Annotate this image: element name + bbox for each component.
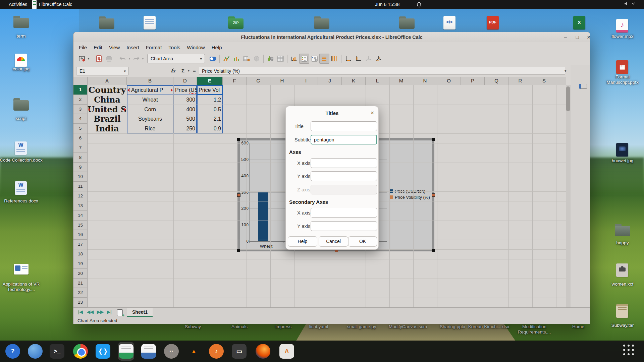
- last-sheet-icon[interactable]: ▶|: [107, 309, 112, 314]
- row-header-15[interactable]: 15: [73, 221, 87, 230]
- column-header-I[interactable]: I: [294, 77, 318, 85]
- menu-help[interactable]: Help: [208, 42, 225, 53]
- help-button[interactable]: Help: [288, 236, 317, 247]
- menu-insert[interactable]: Insert: [123, 42, 143, 53]
- row-header-4[interactable]: 4: [73, 114, 87, 124]
- chart-properties-button[interactable]: [309, 54, 319, 64]
- pdf-icon[interactable]: PDF: [485, 15, 501, 29]
- desktop-icon-label-korean-kimchi-xlsx[interactable]: Korean Kimchi...xlsx: [467, 324, 511, 329]
- row-header-16[interactable]: 16: [73, 230, 87, 240]
- cell-D3[interactable]: 400: [173, 105, 197, 114]
- row-header-17[interactable]: 17: [73, 240, 87, 249]
- cell-E3[interactable]: 0.5: [197, 105, 223, 114]
- dock-icon-files[interactable]: ▭: [232, 344, 247, 359]
- column-header-H[interactable]: H: [270, 77, 294, 85]
- desktop-icon-label-small-game-py[interactable]: small game.py: [340, 324, 383, 329]
- column-header-D[interactable]: D: [173, 77, 197, 85]
- select-all-corner[interactable]: [73, 77, 88, 85]
- column-header-R[interactable]: R: [508, 77, 532, 85]
- cell-A1[interactable]: Country: [88, 85, 127, 95]
- row-header-18[interactable]: 18: [73, 249, 87, 259]
- column-header-F[interactable]: F: [223, 77, 247, 85]
- sum-dropdown-arrow[interactable]: ▾: [188, 67, 190, 75]
- dock-icon-vscode[interactable]: ❬❭: [96, 344, 110, 359]
- menu-format[interactable]: Format: [143, 42, 165, 53]
- column-header-K[interactable]: K: [342, 77, 366, 85]
- all-axes-button[interactable]: [373, 54, 383, 64]
- sheet-tab[interactable]: Sheet1: [127, 308, 153, 317]
- undo-dropdown-arrow[interactable]: ▾: [128, 57, 131, 60]
- window-titlebar[interactable]: Fluctuations in International Agricultur…: [73, 32, 590, 43]
- row-header-7[interactable]: 7: [73, 143, 87, 153]
- expand-formula-bar-arrow[interactable]: ▾: [565, 67, 567, 75]
- minimize-button[interactable]: –: [560, 32, 571, 42]
- row-header-12[interactable]: 12: [73, 191, 87, 201]
- dock-icon-writer[interactable]: [141, 344, 156, 359]
- folder-icon[interactable]: [398, 15, 415, 29]
- row-headers[interactable]: 1234567891011121314151617181920212223: [73, 85, 88, 307]
- column-header-Q[interactable]: Q: [485, 77, 508, 85]
- chart-element-selector[interactable]: Chart Area▾: [147, 54, 205, 63]
- redo-dropdown-arrow[interactable]: ▾: [141, 57, 145, 60]
- cell-A5[interactable]: India: [88, 124, 127, 133]
- chart-resize-handle[interactable]: [432, 138, 435, 141]
- formula-input[interactable]: Price Volatility (%): [199, 67, 565, 75]
- cell-B3[interactable]: Corn: [127, 105, 173, 114]
- cancel-button[interactable]: Cancel: [319, 236, 348, 247]
- chart-resize-handle[interactable]: [432, 249, 435, 252]
- row-header-3[interactable]: 3: [73, 105, 87, 114]
- zip-icon[interactable]: ZIP: [227, 15, 244, 29]
- ok-button[interactable]: OK: [348, 236, 377, 247]
- cell-D5[interactable]: 250: [173, 124, 197, 133]
- row-header-21[interactable]: 21: [73, 279, 87, 288]
- row-header-5[interactable]: 5: [73, 124, 87, 133]
- cell-A2[interactable]: China: [88, 95, 127, 105]
- x-axis-button[interactable]: [343, 54, 353, 64]
- data-table-button[interactable]: [241, 54, 252, 64]
- dock-icon-terminal[interactable]: >_: [50, 344, 64, 359]
- row-header-6[interactable]: 6: [73, 133, 87, 143]
- column-header-J[interactable]: J: [318, 77, 342, 85]
- titles-onoff-button[interactable]: [289, 54, 299, 64]
- dock-icon-firefox[interactable]: [256, 344, 270, 359]
- previous-sheet-icon[interactable]: ◀◀: [87, 309, 94, 314]
- cell-E2[interactable]: 1.2: [197, 95, 223, 105]
- print-button[interactable]: [104, 54, 114, 64]
- row-header-10[interactable]: 10: [73, 172, 87, 182]
- 3d-view-button[interactable]: [252, 54, 262, 64]
- equals-icon[interactable]: =: [193, 67, 196, 75]
- name-box[interactable]: E1 ▾: [76, 67, 129, 75]
- cell-B1[interactable]: f Agricultural P: [127, 85, 173, 95]
- format-selection-button[interactable]: [208, 54, 218, 64]
- save-button[interactable]: [77, 54, 87, 64]
- data-in-columns-button[interactable]: [275, 54, 285, 64]
- chart-resize-handle[interactable]: [432, 193, 435, 197]
- dock-icon-help[interactable]: ?: [5, 344, 20, 359]
- save-dropdown-arrow[interactable]: ▾: [87, 57, 90, 60]
- dock-icon-browser[interactable]: [28, 344, 43, 359]
- z-axis-button[interactable]: [363, 54, 373, 64]
- dock-icon-software[interactable]: A: [279, 344, 294, 359]
- undo-button[interactable]: [118, 54, 128, 64]
- secondary-y-axis-input[interactable]: [311, 221, 377, 231]
- system-status-icons[interactable]: [624, 0, 635, 9]
- row-header-8[interactable]: 8: [73, 153, 87, 163]
- row-header-9[interactable]: 9: [73, 163, 87, 172]
- first-sheet-icon[interactable]: |◀: [78, 309, 83, 314]
- chart-resize-handle[interactable]: [237, 249, 240, 252]
- column-headers[interactable]: ABDEFGHIJKLMNOPQRS: [88, 77, 566, 85]
- activities-button[interactable]: Activities: [6, 0, 30, 9]
- cell-E5[interactable]: 0.9: [197, 124, 223, 133]
- xlsx-icon[interactable]: X: [571, 15, 588, 29]
- column-header-L[interactable]: L: [366, 77, 389, 85]
- menu-view[interactable]: View: [106, 42, 123, 53]
- vertical-grids-button[interactable]: [329, 54, 339, 64]
- vertical-scrollbar-thumb[interactable]: [566, 86, 570, 111]
- cell-B2[interactable]: Wheat: [127, 95, 173, 105]
- menu-edit[interactable]: Edit: [90, 42, 106, 53]
- next-sheet-icon[interactable]: ▶▶: [97, 309, 104, 314]
- desktop-icon-label-home[interactable]: Home: [556, 324, 600, 329]
- row-header-14[interactable]: 14: [73, 211, 87, 221]
- data-in-rows-button[interactable]: [265, 54, 275, 64]
- title-input[interactable]: [311, 121, 377, 131]
